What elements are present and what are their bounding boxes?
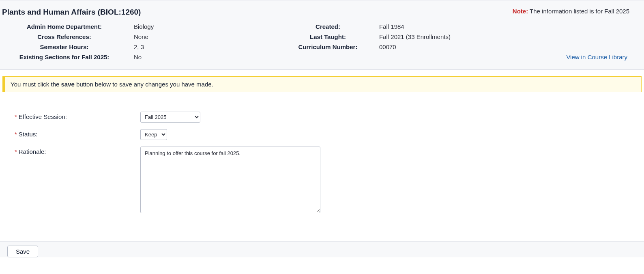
rationale-label: *Rationale: [15,147,140,155]
view-in-course-library-link[interactable]: View in Course Library [379,54,642,60]
note-body: The information listed is for Fall 2025 [530,8,629,15]
save-button[interactable]: Save [7,246,38,257]
sem-hours-label: Semester Hours: [2,43,134,50]
status-row: *Status: Keep [15,129,642,140]
footer-panel: Save [0,241,644,257]
last-taught-value: Fall 2021 (33 Enrollments) [379,33,642,40]
existing-sections-label: Existing Sections for Fall 2025: [2,54,134,60]
alert-pre-text: You must click the [11,81,61,88]
effective-session-row: *Effective Session: Fall 2025 [15,112,642,123]
info-note: Note: The information listed is for Fall… [513,8,629,15]
note-label: Note: [513,8,528,15]
rationale-textarea[interactable] [140,147,320,213]
cross-ref-value: None [134,33,284,40]
unsaved-changes-alert: You must click the save button below to … [2,76,642,92]
last-taught-label: Last Taught: [284,33,379,40]
required-marker: * [15,131,17,138]
sem-hours-value: 2, 3 [134,43,284,50]
status-select[interactable]: Keep [140,129,167,140]
created-label: Created: [284,23,379,30]
alert-post-text: button below to save any changes you hav… [75,81,213,88]
status-label: *Status: [15,129,140,138]
admin-dept-value: Biology [134,23,284,30]
curriculum-num-value: 00070 [379,43,642,50]
required-marker: * [15,148,17,155]
form-area: *Effective Session: Fall 2025 *Status: K… [0,92,644,241]
curriculum-num-label: Curriculum Number: [284,43,379,50]
cross-ref-label: Cross References: [2,33,134,40]
required-marker: * [15,113,17,120]
course-info-panel: Note: The information listed is for Fall… [0,0,644,70]
course-info-grid: Admin Home Department: Biology Created: … [2,23,642,60]
admin-dept-label: Admin Home Department: [2,23,134,30]
effective-session-label: *Effective Session: [15,112,140,120]
alert-save-word: save [61,81,75,88]
effective-session-select[interactable]: Fall 2025 [140,112,200,123]
rationale-row: *Rationale: [15,147,642,214]
created-value: Fall 1984 [379,23,642,30]
existing-sections-value: No [134,54,284,60]
